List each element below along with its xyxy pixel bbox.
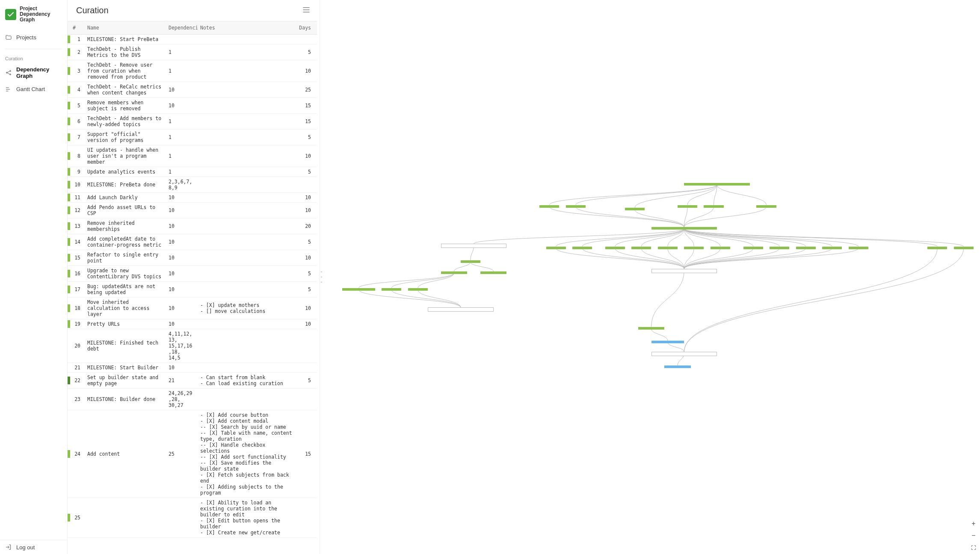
table-row[interactable]: 18Move inherited calculation to access l… bbox=[68, 298, 317, 319]
graph-node[interactable] bbox=[566, 205, 586, 208]
graph-node[interactable] bbox=[658, 247, 678, 249]
graph-node[interactable] bbox=[796, 247, 816, 249]
share-icon bbox=[5, 69, 12, 76]
table-row[interactable]: 17Bug: updatedAts are not being updated1… bbox=[68, 282, 317, 298]
nav-projects[interactable]: Projects bbox=[0, 31, 67, 44]
table-row[interactable]: 21MILESTONE: Start Builder10 bbox=[68, 363, 317, 373]
graph-node[interactable] bbox=[927, 247, 947, 249]
table-row[interactable]: 25- [X] Ability to load an existing cura… bbox=[68, 498, 317, 538]
graph-node[interactable] bbox=[770, 247, 789, 249]
row-deps: 24,26,29,28, 30,27 bbox=[166, 389, 198, 410]
nav-dependency-graph[interactable]: Dependency Graph bbox=[0, 63, 67, 83]
nav-gantt-chart[interactable]: Gantt Chart bbox=[0, 83, 67, 96]
row-name: MILESTONE: Start PreBeta bbox=[85, 35, 166, 44]
graph-node[interactable] bbox=[849, 247, 868, 249]
graph-node[interactable] bbox=[631, 247, 651, 249]
graph-node[interactable] bbox=[651, 341, 684, 343]
graph-node[interactable] bbox=[461, 260, 480, 263]
table-header-row: # Name Dependencies Notes Days bbox=[68, 21, 317, 35]
graph-node[interactable] bbox=[428, 307, 494, 312]
row-notes bbox=[198, 363, 296, 373]
table-row[interactable]: 9Update analytics events15 bbox=[68, 167, 317, 177]
zoom-out-button[interactable]: − bbox=[970, 532, 977, 539]
graph-node[interactable] bbox=[822, 247, 842, 249]
graph-node[interactable] bbox=[651, 269, 717, 273]
table-row[interactable]: 3TechDebt - Remove user from curation wh… bbox=[68, 60, 317, 82]
table-row[interactable]: 5Remove members when subject is removed1… bbox=[68, 98, 317, 114]
graph-node[interactable] bbox=[546, 247, 566, 249]
row-notes bbox=[198, 193, 296, 203]
table-row[interactable]: 15Refactor to single entry point1010 bbox=[68, 250, 317, 266]
graph-node[interactable] bbox=[651, 227, 717, 230]
row-name: Upgrade to new ContentLibrary DVS topics bbox=[85, 266, 166, 282]
graph-node[interactable] bbox=[954, 247, 974, 249]
row-name: Add content bbox=[85, 410, 166, 498]
table-row[interactable]: 2TechDebt - Publish Metrics to the DVS15 bbox=[68, 44, 317, 60]
table-row[interactable]: 11Add Launch Darkly1010 bbox=[68, 193, 317, 203]
row-name: Add Launch Darkly bbox=[85, 193, 166, 203]
row-deps: 25 bbox=[166, 410, 198, 498]
brand: Project Dependency Graph bbox=[0, 4, 67, 29]
graph-node[interactable] bbox=[651, 352, 717, 356]
row-notes bbox=[198, 282, 296, 298]
graph-node[interactable] bbox=[743, 247, 763, 249]
row-name: TechDebt - ReCalc metrics when content c… bbox=[85, 82, 166, 98]
row-deps: 10 bbox=[166, 234, 198, 250]
row-num: 15 bbox=[70, 250, 85, 266]
graph-canvas[interactable] bbox=[323, 0, 980, 554]
graph-node[interactable] bbox=[408, 288, 428, 291]
menu-button[interactable] bbox=[301, 5, 312, 16]
graph-node[interactable] bbox=[684, 247, 704, 249]
graph-node[interactable] bbox=[711, 247, 730, 249]
graph-node[interactable] bbox=[441, 271, 467, 274]
table-row[interactable]: 10MILESTONE: PreBeta done2,3,6,7,8,9 bbox=[68, 177, 317, 193]
row-name: Refactor to single entry point bbox=[85, 250, 166, 266]
graph-node[interactable] bbox=[441, 244, 507, 248]
table-row[interactable]: 24Add content25- [X] Add course button -… bbox=[68, 410, 317, 498]
table-row[interactable]: 20MILESTONE: Finished tech debt4,11,12,1… bbox=[68, 329, 317, 363]
row-name: Add Pendo asset URLs to CSP bbox=[85, 203, 166, 218]
table-row[interactable]: 8UI updates - handle when user isn't a p… bbox=[68, 145, 317, 167]
row-deps: 1 bbox=[166, 114, 198, 130]
graph-node[interactable] bbox=[704, 205, 723, 208]
graph-node[interactable] bbox=[539, 205, 559, 208]
row-num: 24 bbox=[70, 410, 85, 498]
graph-node[interactable] bbox=[638, 327, 664, 330]
graph-node[interactable] bbox=[572, 247, 592, 249]
graph-node[interactable] bbox=[684, 183, 750, 186]
table-row[interactable]: 7Support "official" version of programs1… bbox=[68, 130, 317, 145]
row-notes bbox=[198, 250, 296, 266]
task-table-scroll[interactable]: # Name Dependencies Notes Days 1MILESTON… bbox=[68, 21, 320, 554]
graph-node[interactable] bbox=[678, 205, 697, 208]
graph-node[interactable] bbox=[756, 205, 776, 208]
table-row[interactable]: 23MILESTONE: Builder done24,26,29,28, 30… bbox=[68, 389, 317, 410]
table-row[interactable]: 12Add Pendo asset URLs to CSP1010 bbox=[68, 203, 317, 218]
row-name: TechDebt - Publish Metrics to the DVS bbox=[85, 44, 166, 60]
table-row[interactable]: 4TechDebt - ReCalc metrics when content … bbox=[68, 82, 317, 98]
zoom-in-button[interactable]: + bbox=[970, 520, 977, 527]
task-panel: Curation # Name Dependencies bbox=[68, 0, 320, 554]
graph-node[interactable] bbox=[605, 247, 625, 249]
fullscreen-icon bbox=[971, 545, 977, 551]
row-num: 6 bbox=[70, 114, 85, 130]
graph-node[interactable] bbox=[382, 288, 401, 291]
graph-node[interactable] bbox=[480, 271, 506, 274]
graph-node[interactable] bbox=[664, 365, 690, 368]
graph-node[interactable] bbox=[625, 208, 645, 210]
nav-logout[interactable]: Log out bbox=[0, 540, 67, 554]
fullscreen-button[interactable] bbox=[970, 544, 977, 551]
row-name bbox=[85, 498, 166, 538]
table-row[interactable]: 6TechDebt - Add members to newly-added t… bbox=[68, 114, 317, 130]
row-days: 10 bbox=[296, 60, 317, 82]
row-days: 5 bbox=[296, 167, 317, 177]
table-row[interactable]: 19Pretty URLs1010 bbox=[68, 319, 317, 329]
table-row[interactable]: 13Remove inherited memberships1020 bbox=[68, 218, 317, 234]
row-deps: 10 bbox=[166, 298, 198, 319]
graph-node[interactable] bbox=[342, 288, 375, 291]
row-deps: 1 bbox=[166, 145, 198, 167]
graph-panel[interactable]: + − bbox=[323, 0, 980, 554]
table-row[interactable]: 22Set up builder state and empty page21-… bbox=[68, 373, 317, 389]
table-row[interactable]: 16Upgrade to new ContentLibrary DVS topi… bbox=[68, 266, 317, 282]
table-row[interactable]: 1MILESTONE: Start PreBeta bbox=[68, 35, 317, 44]
table-row[interactable]: 14Add completedAt date to container-prog… bbox=[68, 234, 317, 250]
